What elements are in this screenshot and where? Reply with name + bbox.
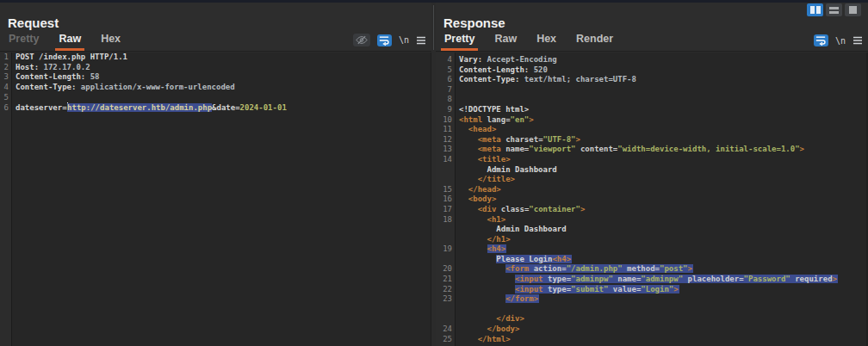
rows-layout-icon[interactable] [826, 3, 842, 16]
code-line: 10<html lang="en"> [436, 115, 866, 126]
tab-hex[interactable]: Hex [534, 29, 559, 51]
code-line: 2Host: 172.17.0.2 [0, 63, 431, 73]
code-line: 14 <title> [436, 155, 866, 165]
request-tab-icons: \n [353, 34, 426, 46]
wrap-lines-icon[interactable] [377, 34, 392, 46]
code-line: 6dateserver=http://dateserver.htb/admin.… [0, 102, 431, 113]
code-line: 5Content-Length: 520 [436, 65, 866, 76]
response-panel: Response PrettyRawHexRender \n 34Vary: A… [436, 3, 868, 346]
code-line: 24 </body> [436, 324, 866, 335]
tab-raw[interactable]: Raw [492, 29, 519, 51]
visibility-off-icon[interactable] [353, 34, 370, 46]
editor-menu-icon[interactable] [852, 36, 863, 45]
code-line: 23 </form> [436, 294, 866, 305]
tab-render[interactable]: Render [574, 29, 616, 51]
code-line: 17 <div class="container"> [436, 205, 866, 215]
code-line: 5 [0, 93, 431, 103]
code-line: 9<!DOCTYPE html> [436, 105, 866, 115]
code-line: 13 <meta name="viewport" content="width=… [436, 145, 866, 155]
code-line: </h1> [436, 235, 866, 245]
response-panel-title: Response [443, 15, 505, 30]
request-tab-bar: PrettyRawHex [6, 29, 138, 51]
request-editor[interactable]: 1POST /index.php HTTP/1.12Host: 172.17.0… [0, 53, 431, 346]
code-line: Please Login<h4> [436, 255, 866, 265]
code-line: 7 [436, 85, 866, 96]
tab-pretty[interactable]: Pretty [442, 29, 477, 51]
response-tab-icons: \n [814, 34, 863, 46]
columns-layout-icon[interactable] [807, 3, 823, 16]
request-code: 1POST /index.php HTTP/1.12Host: 172.17.0… [0, 53, 431, 113]
wrap-lines-icon[interactable] [814, 34, 828, 46]
code-line: 19 <h4> [436, 244, 866, 255]
response-editor[interactable]: 34Vary: Accept-Encoding5Content-Length: … [436, 53, 868, 346]
code-line: Admin Dashboard [436, 165, 866, 176]
code-line: 18 <h1> [436, 215, 866, 226]
code-line: 6Content-Type: text/html; charset=UTF-8 [436, 75, 866, 85]
newline-chars-icon[interactable]: \n [835, 36, 846, 46]
response-panel-header: Response PrettyRawHexRender \n [436, 3, 868, 52]
code-line: </div> [436, 314, 866, 324]
request-panel-title: Request [8, 15, 59, 30]
code-line: 21 <input type="adminpw" name="adminpw" … [436, 275, 866, 285]
response-tab-bar: PrettyRawHexRender [442, 29, 630, 51]
code-line [436, 305, 866, 315]
tab-pretty[interactable]: Pretty [6, 29, 41, 51]
code-line: 16 <body> [436, 195, 866, 205]
code-line: 12 <meta charset="UTF-8"> [436, 135, 866, 145]
layout-switcher [807, 3, 861, 16]
code-line: 25 </html> [436, 335, 866, 345]
panel-divider [433, 5, 434, 50]
code-line: 4Vary: Accept-Encoding [436, 55, 866, 65]
code-line: 3Content-Length: 58 [0, 72, 431, 83]
code-line: 1POST /index.php HTTP/1.1 [0, 53, 431, 63]
tab-raw[interactable]: Raw [56, 29, 84, 51]
code-line: 11 <head> [436, 125, 866, 135]
response-code: 34Vary: Accept-Encoding5Content-Length: … [436, 53, 866, 344]
code-line: Admin Dashboard [436, 225, 866, 235]
code-line: 8 [436, 95, 866, 105]
tab-hex[interactable]: Hex [98, 29, 123, 51]
code-line: 20 <form action="/admin.php" method="pos… [436, 264, 866, 275]
code-line: 4Content-Type: application/x-www-form-ur… [0, 83, 431, 93]
newline-chars-icon[interactable]: \n [399, 35, 409, 45]
request-panel: Request PrettyRawHex \n [0, 3, 431, 346]
code-line: </title> [436, 175, 866, 185]
code-line: 15 </head> [436, 185, 866, 195]
request-panel-header: Request PrettyRawHex \n [0, 3, 431, 52]
editor-menu-icon[interactable] [416, 36, 426, 45]
code-line: 22 <input type="submit" value="Login"> [436, 285, 866, 295]
single-layout-icon[interactable] [845, 3, 861, 16]
